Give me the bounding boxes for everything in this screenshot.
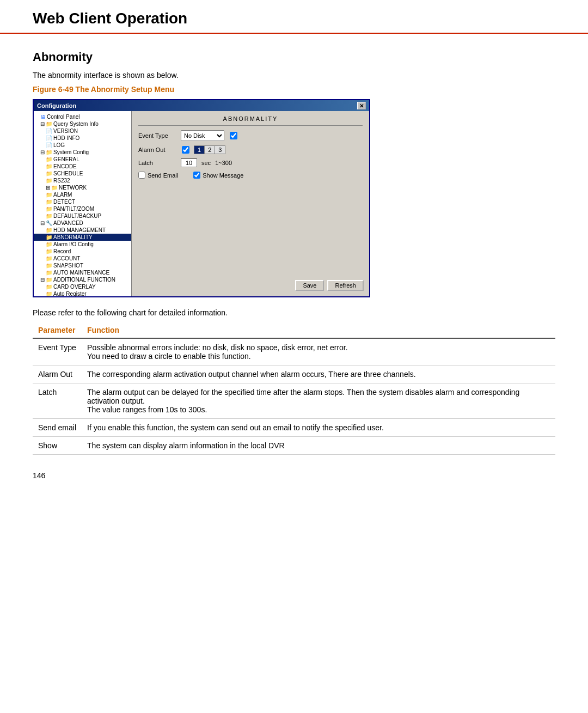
latch-input[interactable] (181, 159, 197, 167)
config-dialog: Configuration ✕ 🖥 Control Panel ⊟ 📁 Quer… (33, 99, 370, 297)
folder-icon: 📁 (46, 255, 52, 261)
tree-item-rs232[interactable]: 📁 RS232 (34, 177, 131, 184)
tree-item-general[interactable]: 📁 GENERAL (34, 156, 131, 163)
tree-item-pantiltzoom[interactable]: 📁 PAN/TILT/ZOOM (34, 205, 131, 212)
table-cell-function: The corresponding alarm activation outpu… (82, 365, 555, 383)
event-type-select[interactable]: No Disk No Space Disk Error Net Error (181, 130, 224, 141)
tree-item-alarmioconfig[interactable]: 📁 Alarm I/O Config (34, 241, 131, 248)
tree-item-account[interactable]: 📁 ACCOUNT (34, 255, 131, 262)
send-email-label-wrap: Send Email (138, 172, 178, 179)
folder-icon: 📁 (46, 170, 52, 176)
folder-icon: 📁 (46, 163, 52, 169)
tree-item-snapshot[interactable]: 📁 SNAPSHOT (34, 262, 131, 269)
tree-item-systemconfig[interactable]: ⊟ 📁 System Config (34, 149, 131, 156)
event-type-label: Event Type (138, 132, 176, 139)
table-cell-param: Alarm Out (33, 365, 82, 383)
folder-icon: 📁 (46, 291, 52, 296)
alarm-btn-1[interactable]: 1 (194, 146, 205, 154)
event-type-row: Event Type No Disk No Space Disk Error N… (138, 130, 363, 141)
tree-item-version[interactable]: 📄 VERSION (34, 127, 131, 135)
section-title: Abnormity (33, 50, 555, 64)
table-cell-function: The system can display alarm information… (82, 437, 555, 455)
folder-icon: 📁 (46, 284, 52, 290)
tree-item-encode[interactable]: 📁 ENCODE (34, 163, 131, 170)
tree-item-cardoverlay[interactable]: 📁 CARD OVERLAY (34, 283, 131, 290)
alarm-out-row: Alarm Out 1 2 3 (138, 145, 363, 154)
folder-icon: 📁 (46, 121, 52, 127)
tree-item-querysystem[interactable]: ⊟ 📁 Query System Info (34, 120, 131, 127)
table-cell-function: If you enable this function, the system … (82, 419, 555, 437)
chart-intro: Please refer to the following chart for … (33, 308, 555, 317)
email-message-row: Send Email Show Message (138, 172, 363, 179)
doc-icon: 📄 (46, 135, 52, 141)
refresh-button[interactable]: Refresh (327, 280, 364, 291)
folder-icon: 📁 (46, 234, 52, 240)
folder-icon: 📁 (46, 199, 52, 205)
tree-item-autoregister[interactable]: 📁 Auto Register (34, 290, 131, 296)
param-table: Parameter Function Event TypePossible ab… (33, 322, 555, 455)
tree-item-network[interactable]: ⊞ 📁 NETWORK (34, 184, 131, 191)
alarm-btn-3[interactable]: 3 (215, 146, 225, 154)
tree-item-abnormality[interactable]: 📁 ABNORMALITY (34, 234, 131, 241)
page-content: Abnormity The abnormity interface is sho… (0, 50, 588, 480)
table-cell-param: Event Type (33, 338, 82, 365)
folder-icon: 📁 (46, 248, 52, 254)
tree-item-alarm[interactable]: 📁 ALARM (34, 191, 131, 198)
page-title: Web Client Operation (33, 10, 555, 27)
table-cell-function: Possible abnormal errors include: no dis… (82, 338, 555, 365)
tree-item-controlpanel[interactable]: 🖥 Control Panel (34, 113, 131, 120)
panel-title: ABNORMALITY (138, 115, 363, 122)
table-cell-param: Show (33, 437, 82, 455)
tree-item-defaultbackup[interactable]: 📁 DEFAULT/BACKUP (34, 212, 131, 220)
latch-row: Latch sec 1~300 (138, 159, 363, 167)
folder-icon: 📁 (46, 156, 52, 162)
tree-item-hddmanagement[interactable]: 📁 HDD MANAGEMENT (34, 227, 131, 234)
tree-item-automaintenance[interactable]: 📁 AUTO MAINTENANCE (34, 269, 131, 276)
tree-item-schedule[interactable]: 📁 SCHEDULE (34, 170, 131, 177)
table-cell-param: Latch (33, 383, 82, 419)
table-row: ShowThe system can display alarm informa… (33, 437, 555, 455)
tree-item-hddinfo[interactable]: 📄 HDD INFO (34, 135, 131, 142)
latch-range: 1~300 (215, 160, 232, 166)
doc-icon: 🖥 (40, 114, 46, 120)
tree-item-additionalfunction[interactable]: ⊟ 📁 ADDITIONAL FUNCTION (34, 276, 131, 283)
alarm-out-checkbox[interactable] (182, 146, 189, 154)
show-message-checkbox[interactable] (193, 172, 200, 179)
tree-item-detect[interactable]: 📁 DETECT (34, 198, 131, 205)
alarm-btn-2[interactable]: 2 (205, 146, 215, 154)
dialog-titlebar: Configuration ✕ (34, 100, 369, 111)
tree-item-log[interactable]: 📄 LOG (34, 142, 131, 149)
event-type-checkbox[interactable] (230, 132, 237, 139)
dialog-body: 🖥 Control Panel ⊟ 📁 Query System Info 📄 … (34, 111, 369, 296)
save-button[interactable]: Save (295, 280, 324, 291)
figure-title: Figure 6-49 The Abnormity Setup Menu (33, 85, 555, 94)
page-header: Web Client Operation (0, 0, 588, 34)
show-message-label: Show Message (203, 172, 243, 179)
table-cell-param: Send email (33, 419, 82, 437)
tree-item-record[interactable]: 📁 Record (34, 248, 131, 255)
doc-icon: 📄 (46, 128, 52, 134)
latch-label: Latch (138, 160, 176, 166)
folder-icon: 📁 (46, 149, 52, 155)
dialog-bottom-buttons: Save Refresh (295, 280, 364, 291)
table-row: Send emailIf you enable this function, t… (33, 419, 555, 437)
intro-text: The abnormity interface is shown as belo… (33, 71, 555, 80)
table-header-row: Parameter Function (33, 322, 555, 338)
folder-icon: 📁 (46, 178, 52, 184)
folder-icon: 📁 (46, 241, 52, 247)
folder-icon: 📁 (46, 277, 52, 283)
alarm-out-label: Alarm Out (138, 147, 176, 153)
dialog-title: Configuration (37, 102, 76, 109)
tree-item-advanced[interactable]: ⊟ 🔧 ADVANCED (34, 220, 131, 227)
alarm-buttons: 1 2 3 (194, 145, 225, 154)
right-panel: ABNORMALITY Event Type No Disk No Space … (132, 111, 369, 296)
tree-panel: 🖥 Control Panel ⊟ 📁 Query System Info 📄 … (34, 111, 132, 296)
page-number: 146 (33, 471, 555, 480)
send-email-label: Send Email (148, 172, 178, 179)
send-email-checkbox[interactable] (138, 172, 145, 179)
close-button[interactable]: ✕ (357, 102, 366, 109)
col-header-function: Function (82, 322, 555, 338)
panel-divider (138, 125, 363, 126)
table-row: Event TypePossible abnormal errors inclu… (33, 338, 555, 365)
folder-icon: 📁 (51, 185, 58, 191)
